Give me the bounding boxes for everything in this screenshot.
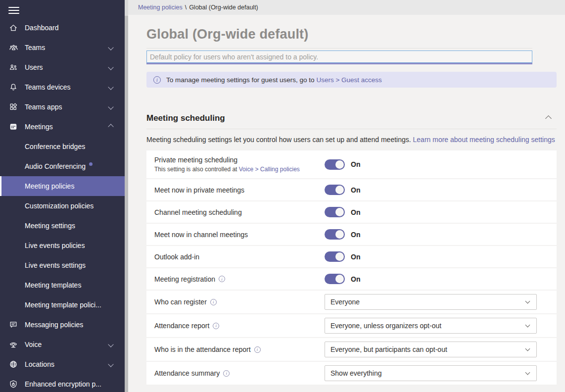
section-description-text: Meeting scheduling settings let you cont… [146, 136, 411, 144]
setting-control: Everyone, unless organizers opt-out [325, 318, 537, 334]
toggle-knob [335, 160, 344, 169]
dropdown-attendance-summary[interactable]: Show everything [325, 365, 537, 381]
dropdown-who-is-in-the-attendance-report[interactable]: Everyone, but participants can opt-out [325, 342, 537, 357]
setting-label-group: Channel meeting scheduling [154, 208, 325, 216]
sidebar-item-label: Live events settings [25, 261, 86, 269]
sidebar-item-customization-policies[interactable]: Customization policies [0, 196, 125, 216]
chevron-up-icon[interactable] [545, 115, 552, 122]
sidebar-item-meetings[interactable]: Meetings [0, 117, 125, 137]
info-icon[interactable]: i [223, 370, 230, 377]
main-content: Meeting policies \ Global (Org-wide defa… [128, 0, 565, 392]
sidebar-item-voice[interactable]: Voice [0, 335, 125, 354]
setting-label: Meeting registration [154, 275, 215, 283]
learn-more-link[interactable]: Learn more about meeting scheduling sett… [413, 136, 555, 144]
sidebar-item-live-events-policies[interactable]: Live events policies [0, 236, 125, 255]
title-divider [146, 48, 532, 49]
dropdown-value: Everyone [330, 298, 360, 306]
setting-label-group: Attendance summaryi [154, 369, 325, 377]
setting-row-outlook-add-in: Outlook add-inOn [146, 246, 557, 267]
setting-sub-link[interactable]: Voice > Calling policies [239, 166, 300, 173]
chevron-down-icon [525, 323, 530, 328]
sidebar-item-meeting-templates[interactable]: Meeting templates [0, 275, 125, 295]
policy-description-input[interactable] [146, 50, 532, 63]
dropdown-who-can-register[interactable]: Everyone [325, 294, 537, 310]
sidebar-item-label: Meeting policies [25, 182, 74, 190]
sidebar-item-audio-conferencing[interactable]: Audio Conferencing [0, 156, 125, 176]
sidebar-scrollbar-thumb[interactable] [125, 16, 128, 392]
toggle-meet-now-in-channel-meetings[interactable] [325, 229, 345, 240]
setting-row-attendance-report: Attendance reportiEveryone, unless organ… [146, 314, 557, 337]
sidebar-scrollbar[interactable] [125, 0, 128, 392]
sidebar-item-meeting-template-polici[interactable]: Meeting template polici... [0, 295, 125, 315]
sidebar-item-teams-apps[interactable]: Teams apps [0, 97, 125, 117]
chevron-down-icon [108, 104, 113, 109]
sidebar-nav: DashboardTeamsUsersTeams devicesTeams ap… [0, 18, 125, 392]
setting-label: Private meeting scheduling [154, 156, 237, 164]
toggle-private-meeting-scheduling[interactable] [325, 159, 345, 170]
page-title: Global (Org-wide default) [146, 27, 565, 42]
apps-icon [8, 102, 18, 111]
toggle-knob [335, 186, 344, 194]
meetings-icon [8, 122, 18, 131]
sidebar-item-label: Meetings [25, 123, 53, 131]
banner-guest-access-link[interactable]: Users > Guest access [316, 76, 381, 84]
sidebar-item-live-events-settings[interactable]: Live events settings [0, 255, 125, 275]
sidebar-item-dashboard[interactable]: Dashboard [0, 18, 125, 38]
sidebar-item-label: Meeting templates [25, 281, 81, 289]
setting-control: Everyone [325, 294, 537, 310]
sidebar-item-label: Conference bridges [25, 143, 85, 150]
toggle-knob [335, 208, 344, 216]
sidebar-item-label: Teams [25, 44, 45, 51]
section-title: Meeting scheduling [146, 113, 225, 123]
sidebar-item-meeting-policies[interactable]: Meeting policies [0, 176, 125, 196]
setting-control: On [325, 274, 360, 284]
chevron-down-icon [108, 361, 113, 367]
info-icon: i [153, 76, 161, 84]
sidebar: DashboardTeamsUsersTeams devicesTeams ap… [0, 0, 125, 392]
sidebar-item-locations[interactable]: Locations [0, 354, 125, 374]
sidebar-item-users[interactable]: Users [0, 57, 125, 77]
info-icon[interactable]: i [254, 346, 261, 353]
section-description: Meeting scheduling settings let you cont… [146, 136, 557, 144]
toggle-meet-now-in-private-meetings[interactable] [325, 185, 345, 195]
toggle-knob [335, 252, 344, 261]
setting-label: Meet now in private meetings [154, 186, 244, 194]
toggle-state-label: On [351, 275, 360, 283]
teams-admin-center: DashboardTeamsUsersTeams devicesTeams ap… [0, 0, 565, 392]
setting-row-meeting-registration: Meeting registrationiOn [146, 268, 557, 290]
sidebar-item-conference-bridges[interactable]: Conference bridges [0, 137, 125, 156]
sidebar-item-label: Customization policies [25, 202, 94, 210]
home-icon [8, 23, 18, 32]
sidebar-item-teams[interactable]: Teams [0, 38, 125, 57]
setting-label-group: Meet now in private meetings [154, 186, 325, 194]
sidebar-item-teams-devices[interactable]: Teams devices [0, 77, 125, 97]
chevron-up-icon [108, 124, 113, 129]
info-icon[interactable]: i [213, 323, 219, 329]
dropdown-attendance-report[interactable]: Everyone, unless organizers opt-out [325, 318, 537, 334]
sidebar-item-enhanced-encryption-p[interactable]: Enhanced encryption p... [0, 374, 125, 392]
setting-label: Attendance summary [154, 369, 220, 377]
devices-icon [8, 83, 18, 92]
dropdown-value: Show everything [330, 369, 382, 377]
hamburger-menu-icon[interactable] [0, 0, 125, 18]
info-icon[interactable]: i [210, 299, 217, 305]
chat-icon [8, 320, 18, 329]
setting-label-group: Who can registeri [154, 298, 325, 306]
setting-label-group: Outlook add-in [154, 253, 325, 261]
setting-control: On [325, 229, 360, 240]
chevron-down-icon [525, 370, 530, 375]
sidebar-item-meeting-settings[interactable]: Meeting settings [0, 216, 125, 236]
toggle-outlook-add-in[interactable] [325, 251, 345, 262]
setting-label: Outlook add-in [154, 253, 199, 261]
info-icon[interactable]: i [219, 276, 225, 282]
notification-dot [89, 162, 93, 166]
breadcrumb-parent-link[interactable]: Meeting policies [138, 4, 183, 11]
section-header: Meeting scheduling [146, 113, 557, 123]
sidebar-item-messaging-policies[interactable]: Messaging policies [0, 315, 125, 335]
toggle-knob [335, 230, 344, 239]
toggle-meeting-registration[interactable] [325, 274, 345, 284]
toggle-knob [335, 275, 344, 283]
setting-row-meet-now-in-channel-meetings: Meet now in channel meetingsOn [146, 224, 557, 245]
toggle-channel-meeting-scheduling[interactable] [325, 207, 345, 217]
chevron-down-icon [108, 84, 113, 90]
